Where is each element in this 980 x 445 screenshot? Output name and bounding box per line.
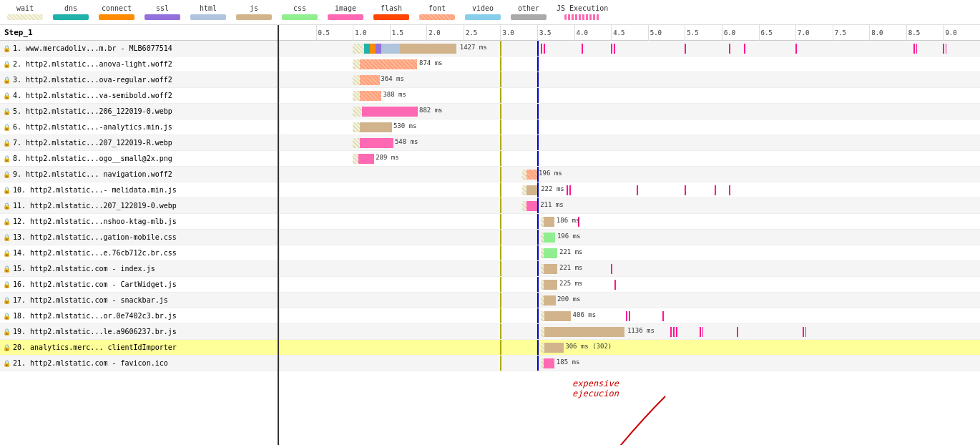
lock-icon-6: 🔒 <box>3 124 11 131</box>
bar-js <box>544 311 571 321</box>
timing-label-17: 200 ms <box>557 295 581 303</box>
request-name-6: 6. http2.mlstatic...-analytics.min.js <box>13 123 172 131</box>
request-name-15: 15. http2.mlstatic.com - index.js <box>13 265 155 273</box>
blue-vline <box>537 214 539 229</box>
blue-vline <box>537 245 539 260</box>
legend-other: other <box>511 4 547 20</box>
timing-label-7: 548 ms <box>395 138 418 145</box>
yellow-vline <box>500 245 501 260</box>
legend-bar-other <box>511 14 547 20</box>
legend-video: video <box>465 4 501 20</box>
bar-js <box>544 295 556 305</box>
legend-wait: wait <box>7 4 43 20</box>
bar-font <box>360 91 381 101</box>
grid-line <box>279 277 280 292</box>
js-exec-bar <box>795 44 798 54</box>
grid-line <box>279 167 280 182</box>
yellow-vline <box>500 214 501 229</box>
timeline-tick-8.5: 8.5 <box>906 25 920 41</box>
lock-icon-8: 🔒 <box>3 155 11 162</box>
arrow-expensive <box>551 382 680 445</box>
blue-vline <box>537 41 539 56</box>
lock-icon-7: 🔒 <box>3 140 11 147</box>
request-row: 🔒1. www.mercadoliv...m.br - MLB6077514 <box>0 41 278 57</box>
waterfall-row-21: 185 ms <box>279 356 980 371</box>
timing-label-12: 186 ms <box>557 217 580 224</box>
timing-label-8: 289 ms <box>376 154 399 161</box>
timeline-tick-2.5: 2.5 <box>464 25 477 41</box>
bar-font <box>526 170 537 180</box>
timeline-tick-4.0: 4.0 <box>574 25 588 41</box>
request-name-11: 11. http2.mlstatic...207_122019-0.webp <box>13 202 177 210</box>
blue-vline <box>537 88 539 103</box>
grid-line <box>279 245 280 260</box>
js-exec-bar <box>541 44 547 54</box>
lock-icon-4: 🔒 <box>3 92 11 99</box>
request-name-4: 4. http2.mlstatic...va-semibold.woff2 <box>13 92 172 99</box>
request-name-2: 2. http2.mlstatic...anova-light.woff2 <box>13 60 172 68</box>
lock-icon-3: 🔒 <box>3 77 11 84</box>
lock-icon-21: 🔒 <box>3 360 11 367</box>
lock-icon-5: 🔒 <box>3 108 11 115</box>
lock-icon-2: 🔒 <box>3 61 11 68</box>
bar-wait <box>353 138 360 148</box>
js-exec-bar <box>662 311 665 321</box>
bar-js <box>544 343 563 353</box>
legend-js: js <box>236 4 272 20</box>
timeline-tick-0.5: 0.5 <box>316 25 330 41</box>
grid-line <box>279 293 280 308</box>
lock-icon-16: 🔒 <box>3 281 11 288</box>
timing-label-18: 406 ms <box>573 311 597 318</box>
blue-vline <box>537 198 539 213</box>
grid-line <box>279 119 280 135</box>
yellow-vline <box>500 198 501 213</box>
waterfall-row-14: 221 ms <box>279 245 980 261</box>
bar-image <box>544 358 554 368</box>
request-row: 🔒4. http2.mlstatic...va-semibold.woff2 <box>0 88 278 104</box>
yellow-vline <box>500 308 501 323</box>
timing-label-1: 1427 ms <box>460 44 487 51</box>
bar-font <box>360 75 379 85</box>
yellow-vline <box>500 135 501 150</box>
lock-icon-13: 🔒 <box>3 234 11 241</box>
bar-css <box>544 233 555 243</box>
legend-bar-js <box>236 14 272 20</box>
bar-wait <box>353 107 361 117</box>
request-name-13: 13. http2.mlstatic...gation-mobile.css <box>13 233 177 241</box>
timing-label-9: 196 ms <box>539 170 562 177</box>
request-row: 🔒18. http2.mlstatic...or.0e7402c3.br.js <box>0 308 278 324</box>
blue-vline <box>537 230 539 245</box>
js-exec-bar <box>715 185 717 195</box>
grid-line <box>279 214 280 229</box>
request-name-17: 17. http2.mlstatic.com - snackbar.js <box>13 296 168 304</box>
blue-vline <box>537 324 539 339</box>
yellow-vline <box>500 41 501 56</box>
yellow-vline <box>500 324 501 339</box>
legend-row: wait dns connect ssl html js css image <box>0 0 980 25</box>
annotation-expensive: expensive ejecucion <box>572 378 619 398</box>
js-exec-bar <box>626 311 630 321</box>
timing-label-20: 306 ms (302) <box>565 343 612 350</box>
waterfall-row-18: 406 ms <box>279 308 980 324</box>
blue-vline <box>537 356 539 371</box>
bar-js <box>400 44 456 54</box>
timing-label-16: 225 ms <box>559 280 583 287</box>
timeline-tick-5.0: 5.0 <box>648 25 662 41</box>
js-exec-bar <box>700 327 703 337</box>
request-row: 🔒9. http2.mlstatic... navigation.woff2 <box>0 167 278 182</box>
grid-line <box>279 104 280 119</box>
yellow-vline <box>500 119 501 135</box>
yellow-vline <box>500 88 501 103</box>
left-panel: Step_1 🔒1. www.mercadoliv...m.br - MLB60… <box>0 25 279 445</box>
bar-js <box>544 280 557 290</box>
bar-js <box>544 264 557 274</box>
waterfall-row-4: 388 ms <box>279 88 980 104</box>
request-name-8: 8. http2.mlstatic...ogo__small@2x.png <box>13 155 172 162</box>
waterfall-row-16: 225 ms <box>279 277 980 293</box>
js-exec-bar <box>803 327 805 337</box>
legend-js-exec: JS Execution <box>557 4 608 20</box>
legend-image: image <box>328 4 363 20</box>
timing-label-2: 874 ms <box>419 59 443 67</box>
timing-label-6: 530 ms <box>393 122 417 129</box>
blue-vline <box>537 119 539 135</box>
